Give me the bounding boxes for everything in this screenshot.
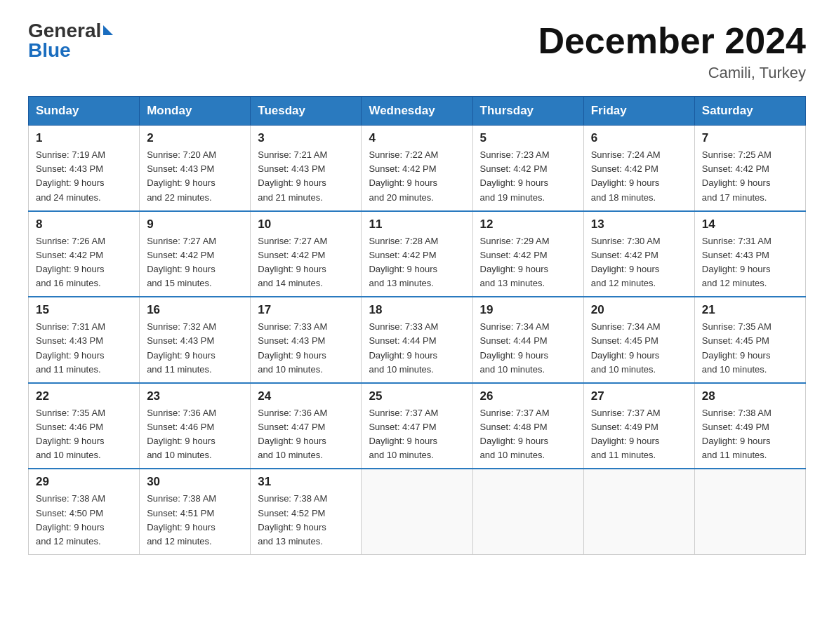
calendar-day-cell: 15Sunrise: 7:31 AMSunset: 4:43 PMDayligh… xyxy=(29,297,140,383)
calendar-header-tuesday: Tuesday xyxy=(251,97,362,126)
day-info: Sunrise: 7:23 AMSunset: 4:42 PMDaylight:… xyxy=(480,148,576,205)
day-info: Sunrise: 7:34 AMSunset: 4:44 PMDaylight:… xyxy=(480,320,576,377)
day-number: 7 xyxy=(702,131,798,145)
day-number: 17 xyxy=(258,303,354,317)
calendar-day-cell: 16Sunrise: 7:32 AMSunset: 4:43 PMDayligh… xyxy=(140,297,251,383)
day-info: Sunrise: 7:33 AMSunset: 4:44 PMDaylight:… xyxy=(369,320,465,377)
day-number: 10 xyxy=(258,217,354,232)
day-number: 2 xyxy=(147,131,243,145)
day-info: Sunrise: 7:37 AMSunset: 4:48 PMDaylight:… xyxy=(480,406,576,463)
day-number: 30 xyxy=(147,475,243,489)
day-info: Sunrise: 7:36 AMSunset: 4:47 PMDaylight:… xyxy=(258,406,354,463)
calendar-day-cell: 1Sunrise: 7:19 AMSunset: 4:43 PMDaylight… xyxy=(29,126,140,211)
day-info: Sunrise: 7:33 AMSunset: 4:43 PMDaylight:… xyxy=(258,320,354,377)
day-info: Sunrise: 7:38 AMSunset: 4:51 PMDaylight:… xyxy=(147,492,243,549)
day-number: 15 xyxy=(36,303,132,317)
calendar-day-cell: 14Sunrise: 7:31 AMSunset: 4:43 PMDayligh… xyxy=(694,211,805,297)
logo-general-text: General xyxy=(28,21,101,41)
calendar-header-monday: Monday xyxy=(140,97,251,126)
day-info: Sunrise: 7:35 AMSunset: 4:46 PMDaylight:… xyxy=(36,406,132,463)
calendar-day-cell: 20Sunrise: 7:34 AMSunset: 4:45 PMDayligh… xyxy=(583,297,694,383)
calendar-day-cell: 11Sunrise: 7:28 AMSunset: 4:42 PMDayligh… xyxy=(362,211,472,297)
calendar-table: SundayMondayTuesdayWednesdayThursdayFrid… xyxy=(28,96,806,555)
calendar-day-cell: 21Sunrise: 7:35 AMSunset: 4:45 PMDayligh… xyxy=(694,297,805,383)
calendar-day-cell: 13Sunrise: 7:30 AMSunset: 4:42 PMDayligh… xyxy=(583,211,694,297)
day-number: 23 xyxy=(147,389,243,403)
calendar-day-cell: 6Sunrise: 7:24 AMSunset: 4:42 PMDaylight… xyxy=(583,126,694,211)
calendar-day-cell xyxy=(583,469,694,554)
logo-blue-text: Blue xyxy=(28,41,71,60)
page-title: December 2024 xyxy=(538,21,806,61)
calendar-day-cell: 4Sunrise: 7:22 AMSunset: 4:42 PMDaylight… xyxy=(362,126,472,211)
calendar-day-cell: 22Sunrise: 7:35 AMSunset: 4:46 PMDayligh… xyxy=(29,383,140,469)
day-number: 14 xyxy=(702,217,798,232)
day-number: 13 xyxy=(591,217,687,232)
day-number: 22 xyxy=(36,389,132,403)
calendar-day-cell: 24Sunrise: 7:36 AMSunset: 4:47 PMDayligh… xyxy=(251,383,362,469)
day-number: 19 xyxy=(480,303,576,317)
calendar-day-cell: 8Sunrise: 7:26 AMSunset: 4:42 PMDaylight… xyxy=(29,211,140,297)
day-number: 25 xyxy=(369,389,465,403)
day-number: 31 xyxy=(258,475,354,489)
day-info: Sunrise: 7:31 AMSunset: 4:43 PMDaylight:… xyxy=(36,320,132,377)
calendar-header-thursday: Thursday xyxy=(472,97,583,126)
title-block: December 2024 Camili, Turkey xyxy=(538,21,806,82)
day-number: 11 xyxy=(369,217,465,232)
day-number: 6 xyxy=(591,131,687,145)
calendar-day-cell xyxy=(694,469,805,554)
calendar-week-row: 29Sunrise: 7:38 AMSunset: 4:50 PMDayligh… xyxy=(29,469,806,554)
calendar-day-cell: 25Sunrise: 7:37 AMSunset: 4:47 PMDayligh… xyxy=(362,383,472,469)
day-number: 28 xyxy=(702,389,798,403)
day-info: Sunrise: 7:30 AMSunset: 4:42 PMDaylight:… xyxy=(591,234,687,291)
day-number: 27 xyxy=(591,389,687,403)
logo: General Blue xyxy=(28,21,113,60)
day-number: 26 xyxy=(480,389,576,403)
calendar-day-cell: 2Sunrise: 7:20 AMSunset: 4:43 PMDaylight… xyxy=(140,126,251,211)
calendar-week-row: 8Sunrise: 7:26 AMSunset: 4:42 PMDaylight… xyxy=(29,211,806,297)
day-info: Sunrise: 7:37 AMSunset: 4:47 PMDaylight:… xyxy=(369,406,465,463)
day-info: Sunrise: 7:31 AMSunset: 4:43 PMDaylight:… xyxy=(702,234,798,291)
day-info: Sunrise: 7:21 AMSunset: 4:43 PMDaylight:… xyxy=(258,148,354,205)
day-info: Sunrise: 7:24 AMSunset: 4:42 PMDaylight:… xyxy=(591,148,687,205)
calendar-day-cell: 19Sunrise: 7:34 AMSunset: 4:44 PMDayligh… xyxy=(472,297,583,383)
day-info: Sunrise: 7:38 AMSunset: 4:52 PMDaylight:… xyxy=(258,492,354,549)
calendar-header-sunday: Sunday xyxy=(29,97,140,126)
day-info: Sunrise: 7:28 AMSunset: 4:42 PMDaylight:… xyxy=(369,234,465,291)
calendar-day-cell: 17Sunrise: 7:33 AMSunset: 4:43 PMDayligh… xyxy=(251,297,362,383)
day-info: Sunrise: 7:38 AMSunset: 4:49 PMDaylight:… xyxy=(702,406,798,463)
calendar-day-cell: 3Sunrise: 7:21 AMSunset: 4:43 PMDaylight… xyxy=(251,126,362,211)
day-info: Sunrise: 7:22 AMSunset: 4:42 PMDaylight:… xyxy=(369,148,465,205)
logo-triangle-icon xyxy=(103,25,113,35)
day-info: Sunrise: 7:38 AMSunset: 4:50 PMDaylight:… xyxy=(36,492,132,549)
calendar-header-wednesday: Wednesday xyxy=(362,97,472,126)
calendar-header-saturday: Saturday xyxy=(694,97,805,126)
day-number: 5 xyxy=(480,131,576,145)
calendar-day-cell: 28Sunrise: 7:38 AMSunset: 4:49 PMDayligh… xyxy=(694,383,805,469)
day-number: 16 xyxy=(147,303,243,317)
calendar-header-friday: Friday xyxy=(583,97,694,126)
day-info: Sunrise: 7:32 AMSunset: 4:43 PMDaylight:… xyxy=(147,320,243,377)
day-number: 24 xyxy=(258,389,354,403)
day-number: 12 xyxy=(480,217,576,232)
calendar-day-cell: 18Sunrise: 7:33 AMSunset: 4:44 PMDayligh… xyxy=(362,297,472,383)
day-number: 29 xyxy=(36,475,132,489)
calendar-day-cell: 31Sunrise: 7:38 AMSunset: 4:52 PMDayligh… xyxy=(251,469,362,554)
calendar-header-row: SundayMondayTuesdayWednesdayThursdayFrid… xyxy=(29,97,806,126)
day-number: 1 xyxy=(36,131,132,145)
day-info: Sunrise: 7:25 AMSunset: 4:42 PMDaylight:… xyxy=(702,148,798,205)
calendar-day-cell: 26Sunrise: 7:37 AMSunset: 4:48 PMDayligh… xyxy=(472,383,583,469)
calendar-day-cell: 9Sunrise: 7:27 AMSunset: 4:42 PMDaylight… xyxy=(140,211,251,297)
calendar-day-cell: 10Sunrise: 7:27 AMSunset: 4:42 PMDayligh… xyxy=(251,211,362,297)
day-number: 21 xyxy=(702,303,798,317)
calendar-day-cell xyxy=(472,469,583,554)
day-number: 20 xyxy=(591,303,687,317)
day-number: 3 xyxy=(258,131,354,145)
calendar-day-cell: 27Sunrise: 7:37 AMSunset: 4:49 PMDayligh… xyxy=(583,383,694,469)
day-info: Sunrise: 7:26 AMSunset: 4:42 PMDaylight:… xyxy=(36,234,132,291)
calendar-day-cell: 29Sunrise: 7:38 AMSunset: 4:50 PMDayligh… xyxy=(29,469,140,554)
calendar-day-cell: 7Sunrise: 7:25 AMSunset: 4:42 PMDaylight… xyxy=(694,126,805,211)
calendar-week-row: 22Sunrise: 7:35 AMSunset: 4:46 PMDayligh… xyxy=(29,383,806,469)
day-info: Sunrise: 7:27 AMSunset: 4:42 PMDaylight:… xyxy=(147,234,243,291)
calendar-week-row: 15Sunrise: 7:31 AMSunset: 4:43 PMDayligh… xyxy=(29,297,806,383)
calendar-day-cell: 5Sunrise: 7:23 AMSunset: 4:42 PMDaylight… xyxy=(472,126,583,211)
